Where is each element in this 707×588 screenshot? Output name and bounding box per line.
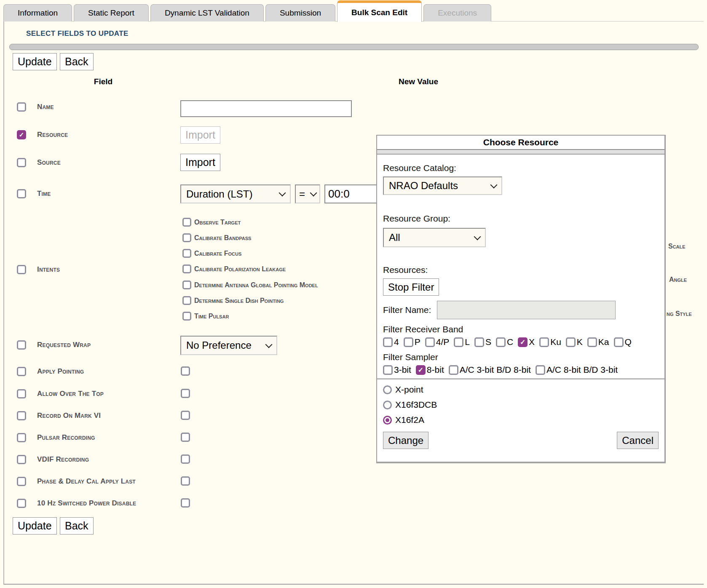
resource-option-x16f2a: X16f2A [383,415,659,425]
apply-pointing-value-checkbox[interactable]: ✓ [181,366,190,376]
time-operator-select[interactable]: = [295,184,320,203]
field-checkbox-source[interactable]: ✓ [17,158,26,167]
tab-information[interactable]: Information [3,4,72,21]
back-button-top[interactable]: Back [60,53,94,70]
tab-dynamic-lst-validation[interactable]: Dynamic LST Validation [150,4,264,21]
field-checkbox-apply-pointing[interactable]: ✓ [17,367,26,376]
requested-wrap-value: No Preference [186,339,262,351]
sampler-option-ac3-bd8: ✓A/C 3-bit B/D 8-bit [449,365,531,375]
vdif-recording-value-checkbox[interactable]: ✓ [181,454,190,464]
sampler-checkbox[interactable]: ✓ [449,365,458,375]
allow-over-the-top-value-checkbox[interactable]: ✓ [181,389,190,398]
record-on-mark-vi-value-checkbox[interactable]: ✓ [181,411,190,420]
field-checkbox-vdif-recording[interactable]: ✓ [17,455,26,464]
field-checkbox-time[interactable]: ✓ [17,189,26,198]
intent-checkbox[interactable]: ✓ [182,312,191,321]
requested-wrap-select[interactable]: No Preference [180,336,277,355]
sampler-checkbox[interactable]: ✓ [416,365,426,375]
phase-delay-cal-value-checkbox[interactable]: ✓ [181,476,190,486]
band-checkbox[interactable]: ✓ [383,337,393,347]
intent-item-calibrate-polarization-leakage: ✓ Calibrate Polarization Leakage [182,265,286,273]
change-button[interactable]: Change [383,432,428,449]
source-import-button[interactable]: Import [180,154,220,171]
sampler-checkbox[interactable]: ✓ [383,365,393,375]
resource-radio[interactable] [383,385,392,394]
intent-checkbox[interactable]: ✓ [182,218,191,227]
field-row-allow-over-the-top: ✓ Allow Over The Top [17,389,104,398]
10hz-switched-power-value-checkbox[interactable]: ✓ [181,498,190,508]
time-operator-value: = [299,188,309,200]
band-checkbox[interactable]: ✓ [614,337,624,347]
update-button-top[interactable]: Update [13,53,57,70]
field-row-phase-delay-cal: ✓ Phase & Delay Cal Apply Last [17,477,136,486]
band-checkbox[interactable]: ✓ [587,337,597,347]
resource-catalog-label: Resource Catalog: [383,163,659,173]
intent-label: Time Pulsar [194,313,229,320]
name-value-input[interactable] [180,100,352,117]
resource-catalog-value: NRAO Defaults [389,180,487,192]
band-label: C [507,337,513,347]
back-button-bottom[interactable]: Back [60,517,94,535]
resource-option-label: X16f3DCB [395,400,437,410]
time-value-input[interactable] [324,184,378,203]
band-checkbox[interactable]: ✓ [404,337,413,347]
stop-filter-button[interactable]: Stop Filter [383,278,439,296]
band-label: P [415,337,420,347]
update-button-bottom[interactable]: Update [13,517,57,535]
tab-bar: Information Static Report Dynamic LST Va… [3,0,493,21]
band-checkbox[interactable]: ✓ [566,337,576,347]
band-checkbox[interactable]: ✓ [539,337,549,347]
band-checkbox[interactable]: ✓ [454,337,463,347]
dialog-title: Choose Resource [377,136,664,150]
band-checkbox[interactable]: ✓ [496,337,506,347]
resource-option-x-point: X-point [383,385,659,395]
intent-label: Calibrate Polarization Leakage [194,265,286,273]
resource-radio[interactable] [383,416,392,425]
band-checkbox[interactable]: ✓ [474,337,484,347]
field-checkbox-name[interactable]: ✓ [17,102,26,112]
field-row-time: ✓ Time [17,189,51,198]
resource-group-select[interactable]: All [383,228,486,247]
intent-label: Observe Target [194,219,241,226]
sampler-label: A/C 3-bit B/D 8-bit [460,365,531,375]
pulsar-recording-value-checkbox[interactable]: ✓ [181,433,190,442]
field-label: Time [37,190,51,198]
intent-checkbox[interactable]: ✓ [182,296,191,305]
field-checkbox-requested-wrap[interactable]: ✓ [17,340,26,350]
field-checkbox-intents[interactable]: ✓ [17,265,26,274]
intent-checkbox[interactable]: ✓ [182,249,191,258]
tab-static-report[interactable]: Static Report [74,4,149,21]
hidden-field-label-ng-style: ng Style [667,310,692,318]
dialog-title-divider [377,150,664,155]
intent-checkbox[interactable]: ✓ [182,281,191,289]
intent-checkbox[interactable]: ✓ [182,233,191,242]
field-checkbox-resource[interactable]: ✓ [17,130,26,139]
field-label: Apply Pointing [37,367,84,376]
field-checkbox-10hz-switched-power[interactable]: ✓ [17,499,26,508]
field-checkbox-pulsar-recording[interactable]: ✓ [17,433,26,442]
field-checkbox-record-on-mark-vi[interactable]: ✓ [17,411,26,420]
tab-bulk-scan-edit[interactable]: Bulk Scan Edit [337,0,422,22]
sampler-checkbox[interactable]: ✓ [536,365,545,375]
resource-radio[interactable] [383,401,392,409]
section-title: SELECT FIELDS TO UPDATE [26,29,129,38]
field-label: Intents [37,265,60,274]
intent-item-calibrate-focus: ✓ Calibrate Focus [182,249,241,258]
band-label: L [465,337,470,347]
resource-catalog-select[interactable]: NRAO Defaults [383,176,502,195]
field-checkbox-phase-delay-cal[interactable]: ✓ [17,477,26,486]
time-metric-select[interactable]: Duration (LST) [180,184,291,203]
filter-name-input[interactable] [437,301,616,319]
band-checkbox[interactable]: ✓ [518,337,528,347]
tab-submission[interactable]: Submission [265,4,335,21]
intent-item-determine-single-dish-pointing: ✓ Determine Single Dish Pointing [182,296,284,305]
cancel-button[interactable]: Cancel [617,432,659,449]
field-checkbox-allow-over-the-top[interactable]: ✓ [17,389,26,398]
intent-checkbox[interactable]: ✓ [182,265,191,273]
resource-option-label: X-point [395,385,423,395]
horizontal-scrollbar[interactable] [9,44,699,50]
field-row-apply-pointing: ✓ Apply Pointing [17,367,84,376]
band-checkbox[interactable]: ✓ [425,337,435,347]
resource-option-x16f3dcb: X16f3DCB [383,400,659,410]
filter-receiver-band-label: Filter Receiver Band [383,324,659,334]
